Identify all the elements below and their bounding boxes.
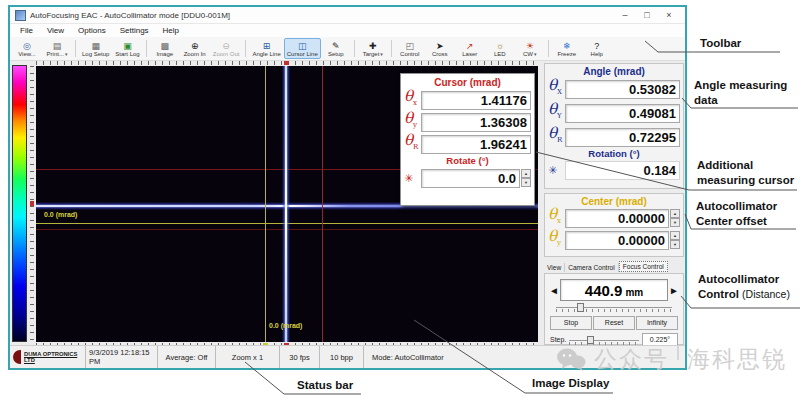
menu-options[interactable]: Options xyxy=(71,26,113,35)
status-datetime: 9/3/2019 12:18:15 PM xyxy=(86,346,158,368)
window-title: AutoFocusing EAC - AutoCollimator mode [… xyxy=(30,11,614,20)
toolbar-button-image[interactable]: ▩ Image xyxy=(150,38,180,59)
stop-button[interactable]: Stop xyxy=(550,316,592,330)
target-icon: ✚ xyxy=(369,41,377,51)
distance-slider[interactable] xyxy=(556,303,672,312)
center-x-spin-up[interactable]: ▲ xyxy=(670,209,680,218)
distance-increase-icon[interactable]: ► xyxy=(668,285,680,296)
theta-r-symbol: θR xyxy=(548,126,565,148)
start-log-icon: ▣ xyxy=(123,41,132,51)
rotate-input[interactable]: 0.0 xyxy=(421,169,520,188)
center-theta-x-row: θx 0.00000 ▲ ▼ xyxy=(548,208,680,228)
rotate-spin-up[interactable]: ▲ xyxy=(521,169,531,178)
rotate-spinner: ▲ ▼ xyxy=(521,169,531,187)
distance-value: 440.9 xyxy=(585,282,623,299)
toolbar-button-log-setup[interactable]: ▦ Log Setup xyxy=(79,38,112,59)
toolbar-separator xyxy=(548,40,549,57)
toolbar-button-zoom-in[interactable]: ⊕ Zoom In xyxy=(180,38,210,59)
close-button[interactable]: × xyxy=(658,8,680,23)
cw-dropdown-icon[interactable]: ▾ xyxy=(534,51,537,57)
maximize-button[interactable]: □ xyxy=(636,8,658,23)
toolbar-button-led[interactable]: ☼ LED xyxy=(485,38,515,59)
toolbar-button-cw[interactable]: ☀ CW▾ xyxy=(515,38,545,59)
target-dropdown-icon[interactable]: ▾ xyxy=(380,51,383,57)
angle-theta-x-value: 0.53082 xyxy=(565,80,680,99)
cursor-theta-y-row: θy 1.36308 xyxy=(404,111,531,133)
tab-view[interactable]: View xyxy=(544,263,565,272)
annotation-status-bar: Status bar xyxy=(297,378,353,393)
status-bpp: 10 bpp xyxy=(320,346,364,368)
rotation-row: ✳ 0.184 xyxy=(548,160,680,180)
status-fps: 30 fps xyxy=(280,346,320,368)
theta-x-symbol: θX xyxy=(548,78,565,100)
angle-group: Angle (mrad) θX 0.53082 θY 0.49081 θR 0.… xyxy=(544,63,684,189)
minimize-button[interactable]: – xyxy=(614,8,636,23)
toolbar-button-freeze[interactable]: ❄ Freeze xyxy=(552,38,582,59)
menu-file[interactable]: File xyxy=(13,26,40,35)
toolbar-button-start-log[interactable]: ▣ Start Log xyxy=(112,38,142,59)
infinity-button[interactable]: Infinity xyxy=(636,316,678,330)
ruler-beam-mark-top xyxy=(284,61,289,65)
menu-help[interactable]: Help xyxy=(156,26,186,35)
center-y-spinner: ▲ ▼ xyxy=(670,231,680,249)
toolbar-separator xyxy=(245,40,246,57)
cursor-theta-x-value: 1.41176 xyxy=(421,91,531,110)
print-dropdown-icon[interactable]: ▾ xyxy=(65,51,68,57)
center-theta-x-input[interactable]: 0.00000 xyxy=(565,209,669,228)
distance-unit: mm xyxy=(625,287,643,298)
menu-view[interactable]: View xyxy=(40,26,71,35)
reset-button[interactable]: Reset xyxy=(593,316,635,330)
toolbar-button-setup[interactable]: ✎ Setup xyxy=(321,38,351,59)
wechat-icon xyxy=(556,347,586,372)
theta-y-symbol: θY xyxy=(548,102,565,124)
control-icon: ◰ xyxy=(406,41,415,51)
zoom-out-icon: ⊖ xyxy=(222,41,230,51)
zero-line-vertical-yellow xyxy=(265,66,266,342)
tab-focus-control[interactable]: Focus Control xyxy=(619,261,668,272)
title-bar: AutoFocusing EAC - AutoCollimator mode [… xyxy=(10,7,685,24)
step-slider-thumb[interactable] xyxy=(587,336,594,344)
toolbar-button-cursor-line[interactable]: ◫ Cursor Line xyxy=(284,38,321,59)
menu-settings[interactable]: Settings xyxy=(113,26,156,35)
distance-input[interactable]: 440.9 mm xyxy=(560,279,668,301)
vendor-logo-icon xyxy=(13,350,21,364)
cursor-theta-r-value: 1.96241 xyxy=(421,135,531,154)
image-display[interactable]: 0.0 (mrad) 0.0 (mrad) Cursor (mrad) θx 1… xyxy=(36,66,538,342)
watermark-text-1: 公众号 xyxy=(594,344,669,375)
freeze-icon: ❄ xyxy=(563,41,571,51)
toolbar-button-view[interactable]: ◎ View... xyxy=(12,38,42,59)
toolbar-button-laser[interactable]: ↗ Laser xyxy=(455,38,485,59)
toolbar-button-target[interactable]: ✚ Target▾ xyxy=(358,38,388,59)
toolbar-button-cross[interactable]: ➤ Cross xyxy=(425,38,455,59)
center-x-spinner: ▲ ▼ xyxy=(670,209,680,227)
slider-thumb[interactable] xyxy=(577,303,584,312)
step-slider[interactable] xyxy=(569,336,639,344)
toolbar-button-print[interactable]: ▤ Print...▾ xyxy=(42,38,72,59)
annotation-angle-data: Angle measuring data xyxy=(694,78,806,108)
rotation-value: 0.184 xyxy=(565,161,680,180)
toolbar-button-control[interactable]: ◰ Control xyxy=(395,38,425,59)
theta-y-symbol: θy xyxy=(548,229,565,251)
tab-camera-control[interactable]: Camera Control xyxy=(565,263,619,272)
center-x-spin-down[interactable]: ▼ xyxy=(670,218,680,227)
toolbar-button-angle-line[interactable]: ⊞ Angle Line xyxy=(249,38,283,59)
status-average: Average: Off xyxy=(158,346,216,368)
center-y-spin-down[interactable]: ▼ xyxy=(670,240,680,249)
horizontal-zero-label: 0.0 (mrad) xyxy=(44,211,77,218)
control-tabs: View Camera Control Focus Control xyxy=(544,259,684,272)
theta-x-symbol: θx xyxy=(404,89,421,111)
center-title: Center (mrad) xyxy=(548,195,680,208)
toolbar-button-help[interactable]: ? Help xyxy=(582,38,612,59)
center-y-spin-up[interactable]: ▲ xyxy=(670,231,680,240)
distance-decrease-icon[interactable]: ◄ xyxy=(548,285,560,296)
annotation-measuring-cursor: Additional measuring cursor xyxy=(697,158,806,188)
page: AutoFocusing EAC - AutoCollimator mode [… xyxy=(0,0,806,401)
cw-icon: ☀ xyxy=(526,41,534,51)
toolbar-button-zoom-out[interactable]: ⊖ Zoom Out xyxy=(210,38,243,59)
center-theta-y-input[interactable]: 0.00000 xyxy=(565,231,669,250)
cursor-line-icon: ◫ xyxy=(298,41,307,51)
toolbar-separator xyxy=(391,40,392,57)
rotate-spin-down[interactable]: ▼ xyxy=(521,178,531,187)
image-icon: ▩ xyxy=(160,41,169,51)
main-content: 0.0 (mrad) 0.0 (mrad) Cursor (mrad) θx 1… xyxy=(10,61,685,346)
